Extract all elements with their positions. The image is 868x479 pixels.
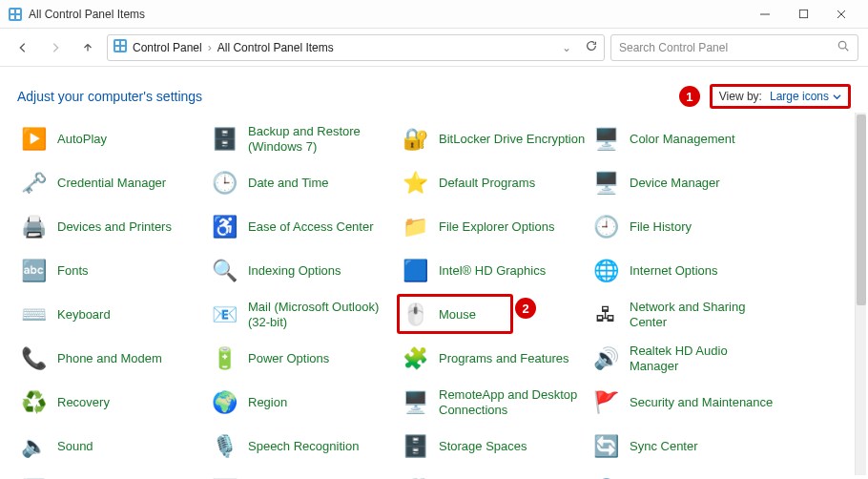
item-taskbar-navigation[interactable]: 📊Taskbar and Navigation xyxy=(208,473,399,479)
svg-rect-1 xyxy=(10,10,14,13)
item-label: Network and Sharing Center xyxy=(630,300,778,329)
item-bitlocker[interactable]: 🔐BitLocker Drive Encryption xyxy=(399,122,589,156)
item-security-maintenance[interactable]: 🚩Security and Maintenance xyxy=(589,385,780,420)
svg-rect-4 xyxy=(16,15,20,19)
sound-icon: 🔈 xyxy=(19,432,48,461)
refresh-icon[interactable] xyxy=(585,39,598,55)
item-sync-center[interactable]: 🔄Sync Center xyxy=(589,429,780,464)
indexing-icon: 🔍 xyxy=(210,257,238,285)
search-input[interactable] xyxy=(619,41,810,54)
item-system[interactable]: 🖥️System xyxy=(17,473,208,479)
item-mouse[interactable]: 🖱️ Mouse 2 xyxy=(399,298,589,332)
phone-icon: 📞 xyxy=(19,344,48,373)
vertical-scrollbar[interactable] xyxy=(855,113,866,475)
item-region[interactable]: 🌍Region xyxy=(208,385,399,420)
item-intel-hd-graphics[interactable]: 🟦Intel® HD Graphics xyxy=(399,254,589,288)
item-label: AutoPlay xyxy=(57,132,107,147)
item-fonts[interactable]: 🔤Fonts xyxy=(17,254,208,288)
item-file-history[interactable]: 🕘File History xyxy=(589,210,780,244)
item-label: Default Programs xyxy=(439,176,535,191)
item-internet-options[interactable]: 🌐Internet Options xyxy=(589,254,780,288)
maximize-button[interactable] xyxy=(784,0,822,29)
item-backup-restore[interactable]: 🗄️Backup and Restore (Windows 7) xyxy=(208,122,399,156)
item-power-options[interactable]: 🔋Power Options xyxy=(208,342,399,376)
forward-button[interactable] xyxy=(42,34,69,61)
close-button[interactable] xyxy=(822,0,860,29)
item-label: Sound xyxy=(57,439,93,454)
control-panel-small-icon xyxy=(114,39,127,55)
view-by-value: Large icons xyxy=(770,90,829,103)
item-phone-modem[interactable]: 📞Phone and Modem xyxy=(17,342,208,376)
item-default-programs[interactable]: ⭐Default Programs xyxy=(399,166,589,200)
item-keyboard[interactable]: ⌨️Keyboard xyxy=(17,298,208,332)
back-button[interactable] xyxy=(10,34,36,61)
item-label: Internet Options xyxy=(630,263,718,279)
search-box[interactable] xyxy=(610,34,858,61)
microphone-icon: 🎙️ xyxy=(210,432,238,461)
network-icon: 🖧 xyxy=(591,301,620,329)
item-user-accounts[interactable]: 👤User Accounts xyxy=(589,473,780,479)
item-mail[interactable]: 📧Mail (Microsoft Outlook) (32-bit) xyxy=(208,298,399,332)
autoplay-icon: ▶️ xyxy=(19,125,48,154)
item-label: Mail (Microsoft Outlook) (32-bit) xyxy=(248,300,397,329)
item-programs-features[interactable]: 🧩Programs and Features xyxy=(399,342,589,376)
internet-icon: 🌐 xyxy=(591,257,620,285)
item-label: File Explorer Options xyxy=(439,219,554,235)
printer-icon: 🖨️ xyxy=(19,213,48,241)
svg-rect-6 xyxy=(799,10,807,17)
svg-rect-10 xyxy=(115,41,119,45)
chevron-down-icon[interactable]: ⌄ xyxy=(562,41,571,54)
item-label: Security and Maintenance xyxy=(630,395,773,410)
power-icon: 🔋 xyxy=(210,344,238,373)
item-label: Power Options xyxy=(248,351,329,366)
item-speech-recognition[interactable]: 🎙️Speech Recognition xyxy=(208,429,399,464)
recovery-icon: ♻️ xyxy=(19,388,48,417)
item-ease-of-access[interactable]: ♿Ease of Access Center xyxy=(208,210,399,244)
bitlocker-icon: 🔐 xyxy=(401,125,429,154)
item-label: Color Management xyxy=(630,132,735,147)
item-credential-manager[interactable]: 🗝️Credential Manager xyxy=(17,166,208,200)
item-realtek-audio[interactable]: 🔊Realtek HD Audio Manager xyxy=(589,342,780,376)
titlebar: All Control Panel Items xyxy=(0,0,868,29)
address-bar[interactable]: Control Panel › All Control Panel Items … xyxy=(107,34,605,61)
speaker-icon: 🔊 xyxy=(591,344,620,373)
ease-of-access-icon: ♿ xyxy=(210,213,238,241)
svg-line-15 xyxy=(845,48,848,51)
sync-icon: 🔄 xyxy=(591,432,620,461)
up-button[interactable] xyxy=(74,34,101,61)
item-file-explorer-options[interactable]: 📁File Explorer Options xyxy=(399,210,589,244)
item-date-time[interactable]: 🕒Date and Time xyxy=(208,166,399,200)
item-color-management[interactable]: 🖥️Color Management xyxy=(589,122,780,156)
item-label: Device Manager xyxy=(630,176,720,191)
item-sound[interactable]: 🔈Sound xyxy=(17,429,208,464)
item-autoplay[interactable]: ▶️AutoPlay xyxy=(17,122,208,156)
view-by-dropdown[interactable]: Large icons xyxy=(770,90,841,103)
annotation-marker-1: 1 xyxy=(679,86,700,107)
scrollbar-thumb[interactable] xyxy=(857,115,866,305)
item-remoteapp[interactable]: 🖥️RemoteApp and Desktop Connections xyxy=(399,385,589,420)
item-recovery[interactable]: ♻️Recovery xyxy=(17,385,208,420)
item-device-manager[interactable]: 🖥️Device Manager xyxy=(589,166,780,200)
flag-icon: 🚩 xyxy=(591,388,620,417)
file-history-icon: 🕘 xyxy=(591,213,620,241)
item-devices-printers[interactable]: 🖨️Devices and Printers xyxy=(17,210,208,244)
page-heading: Adjust your computer's settings xyxy=(17,89,202,104)
item-storage-spaces[interactable]: 🗄️Storage Spaces xyxy=(399,429,589,464)
svg-rect-13 xyxy=(121,47,125,51)
item-label: Mouse xyxy=(439,307,476,323)
item-network-sharing[interactable]: 🖧Network and Sharing Center xyxy=(589,298,780,332)
view-by-label: View by: xyxy=(719,90,762,103)
color-mgmt-icon: 🖥️ xyxy=(591,125,620,154)
backup-icon: 🗄️ xyxy=(210,125,238,154)
breadcrumb-root[interactable]: Control Panel xyxy=(133,41,202,54)
content-area: ▶️AutoPlay 🗄️Backup and Restore (Windows… xyxy=(0,113,853,479)
control-panel-icon xyxy=(8,7,23,22)
search-icon[interactable] xyxy=(837,39,850,55)
item-label: Storage Spaces xyxy=(439,439,527,454)
device-manager-icon: 🖥️ xyxy=(591,169,620,198)
breadcrumb-current[interactable]: All Control Panel Items xyxy=(217,41,334,54)
minimize-button[interactable] xyxy=(746,0,784,29)
item-troubleshooting[interactable]: 🛠️Troubleshooting xyxy=(399,473,589,479)
item-indexing-options[interactable]: 🔍Indexing Options xyxy=(208,254,399,288)
svg-rect-3 xyxy=(10,15,14,19)
